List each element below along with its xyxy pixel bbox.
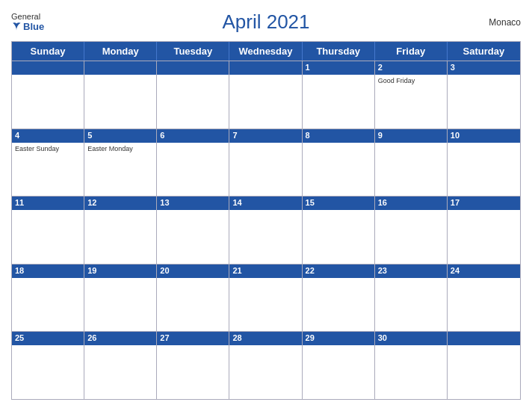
calendar-cell bbox=[12, 61, 84, 129]
calendar-cell: 1 bbox=[303, 61, 375, 129]
logo: General Blue bbox=[11, 13, 44, 31]
calendar-cell bbox=[84, 61, 157, 129]
calendar-cell: 25 bbox=[12, 332, 84, 399]
calendar-cell: 28 bbox=[229, 332, 302, 399]
cell-date-strip: 23 bbox=[375, 265, 447, 278]
cell-date-strip: 2 bbox=[375, 61, 447, 75]
logo-general: General bbox=[11, 13, 40, 21]
day-header-thursday: Thursday bbox=[303, 42, 375, 61]
calendar-cell: 8 bbox=[303, 129, 375, 197]
calendar-cell: 24 bbox=[448, 265, 520, 332]
day-event: Good Friday bbox=[378, 77, 444, 84]
calendar-body: 12Good Friday34Easter Sunday5Easter Mond… bbox=[12, 61, 520, 399]
cell-date-strip: 1 bbox=[303, 61, 374, 75]
week-row-1: 12Good Friday3 bbox=[12, 61, 520, 129]
cell-date-strip: 26 bbox=[84, 332, 156, 345]
day-number: 10 bbox=[451, 131, 517, 140]
calendar-cell: 17 bbox=[448, 197, 520, 264]
cell-date-strip: 12 bbox=[84, 197, 156, 210]
cell-date-strip bbox=[157, 61, 229, 75]
day-number: 13 bbox=[160, 198, 226, 207]
day-number: 5 bbox=[87, 131, 153, 140]
day-number: 30 bbox=[378, 333, 444, 342]
day-number: 14 bbox=[232, 198, 298, 207]
calendar-cell: 19 bbox=[84, 265, 157, 332]
cell-date-strip: 21 bbox=[229, 265, 301, 278]
calendar-cell: 29 bbox=[303, 332, 375, 399]
day-event: Easter Sunday bbox=[15, 145, 81, 152]
calendar-cell: 4Easter Sunday bbox=[12, 129, 84, 197]
cell-date-strip: 27 bbox=[157, 332, 229, 345]
calendar-header-row: SundayMondayTuesdayWednesdayThursdayFrid… bbox=[12, 42, 520, 61]
day-number: 24 bbox=[451, 266, 517, 275]
calendar-cell: 2Good Friday bbox=[375, 61, 448, 129]
calendar-page: General Blue April 2021 Monaco SundayMon… bbox=[0, 0, 532, 411]
day-number: 19 bbox=[87, 266, 153, 275]
cell-date-strip bbox=[229, 61, 301, 75]
calendar-cell: 23 bbox=[375, 265, 448, 332]
calendar-cell: 27 bbox=[157, 332, 229, 399]
day-number: 25 bbox=[15, 333, 81, 342]
day-header-sunday: Sunday bbox=[12, 42, 84, 61]
cell-date-strip bbox=[84, 61, 156, 75]
week-row-5: 252627282930 bbox=[12, 331, 520, 399]
cell-date-strip: 22 bbox=[303, 265, 374, 278]
calendar-cell bbox=[229, 61, 302, 129]
calendar-cell: 21 bbox=[229, 265, 302, 332]
calendar-cell: 9 bbox=[375, 129, 448, 197]
calendar-cell: 18 bbox=[12, 265, 84, 332]
page-header: General Blue April 2021 Monaco bbox=[11, 7, 521, 37]
day-number: 18 bbox=[15, 266, 81, 275]
cell-date-strip: 28 bbox=[229, 332, 301, 345]
day-header-saturday: Saturday bbox=[448, 42, 520, 61]
cell-date-strip: 16 bbox=[375, 197, 447, 210]
day-number: 8 bbox=[306, 131, 371, 140]
calendar-grid: SundayMondayTuesdayWednesdayThursdayFrid… bbox=[11, 41, 521, 400]
calendar-cell: 7 bbox=[229, 129, 302, 197]
day-number: 11 bbox=[15, 198, 81, 207]
calendar-cell: 6 bbox=[157, 129, 229, 197]
cell-date-strip: 9 bbox=[375, 129, 447, 143]
day-number: 20 bbox=[160, 266, 226, 275]
cell-date-strip bbox=[12, 61, 84, 75]
cell-date-strip: 18 bbox=[12, 265, 84, 278]
day-number: 3 bbox=[451, 63, 517, 72]
day-header-wednesday: Wednesday bbox=[229, 42, 302, 61]
week-row-3: 11121314151617 bbox=[12, 196, 520, 264]
cell-date-strip: 5 bbox=[84, 129, 156, 143]
day-number: 2 bbox=[378, 63, 444, 72]
day-number: 17 bbox=[451, 198, 517, 207]
logo-bird-icon bbox=[11, 21, 22, 31]
cell-date-strip: 20 bbox=[157, 265, 229, 278]
cell-date-strip bbox=[448, 332, 520, 345]
day-number: 12 bbox=[87, 198, 153, 207]
calendar-cell bbox=[448, 332, 520, 399]
calendar-cell: 3 bbox=[448, 61, 520, 129]
calendar-cell: 5Easter Monday bbox=[84, 129, 157, 197]
week-row-4: 18192021222324 bbox=[12, 264, 520, 332]
day-number: 4 bbox=[15, 131, 81, 140]
day-number: 1 bbox=[306, 63, 371, 72]
calendar-cell: 13 bbox=[157, 197, 229, 264]
day-number: 23 bbox=[378, 266, 444, 275]
cell-date-strip: 13 bbox=[157, 197, 229, 210]
cell-date-strip: 25 bbox=[12, 332, 84, 345]
day-number: 15 bbox=[306, 198, 371, 207]
cell-date-strip: 7 bbox=[229, 129, 301, 143]
day-number: 26 bbox=[87, 333, 153, 342]
calendar-cell: 20 bbox=[157, 265, 229, 332]
day-number: 16 bbox=[378, 198, 444, 207]
calendar-cell bbox=[157, 61, 229, 129]
cell-date-strip: 3 bbox=[448, 61, 520, 75]
cell-date-strip: 19 bbox=[84, 265, 156, 278]
cell-date-strip: 17 bbox=[448, 197, 520, 210]
day-number: 9 bbox=[378, 131, 444, 140]
country-label: Monaco bbox=[489, 17, 521, 28]
day-number: 22 bbox=[306, 266, 371, 275]
cell-date-strip: 29 bbox=[303, 332, 374, 345]
cell-date-strip: 6 bbox=[157, 129, 229, 143]
cell-date-strip: 4 bbox=[12, 129, 84, 143]
calendar-cell: 11 bbox=[12, 197, 84, 264]
day-number: 7 bbox=[232, 131, 298, 140]
calendar-cell: 16 bbox=[375, 197, 448, 264]
